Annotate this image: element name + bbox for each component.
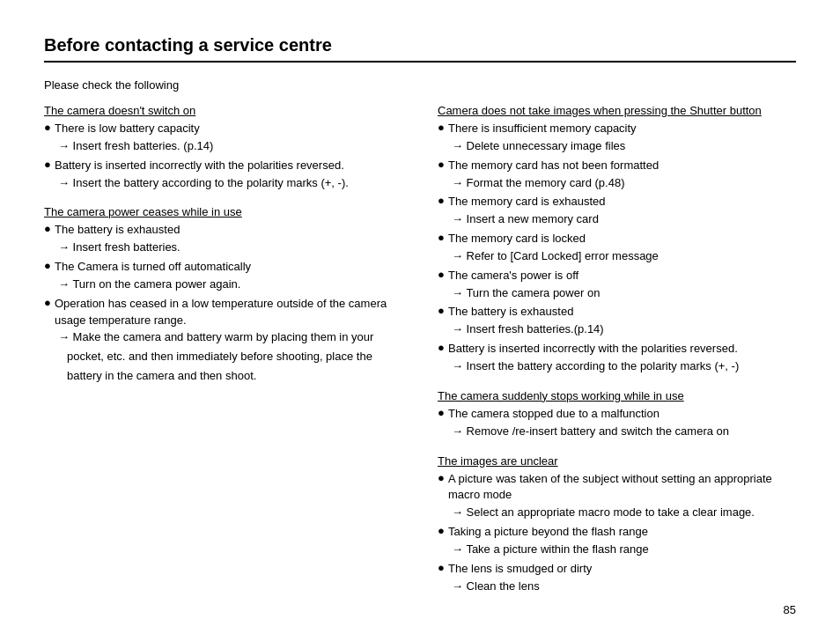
- list-item: → Clean the lens: [452, 579, 796, 595]
- list-item: ● There is insufficient memory capacity: [438, 121, 796, 137]
- arrow-text: → Insert fresh batteries.: [58, 240, 181, 256]
- list-item: ● The camera's power is off: [438, 268, 796, 284]
- list-item: ● Battery is inserted incorrectly with t…: [438, 341, 796, 358]
- list-item: battery in the camera and then shoot.: [67, 368, 402, 385]
- arrow-text: → Turn on the camera power again.: [58, 276, 240, 293]
- list-item: → Insert fresh batteries. (p.14): [58, 138, 402, 155]
- list-item: → Select an appropriate macro mode to ta…: [452, 505, 796, 521]
- bullet-text: The camera stopped due to a malfunction: [448, 406, 659, 423]
- arrow-text: → Select an appropriate macro mode to ta…: [452, 505, 755, 521]
- list-item: → Turn on the camera power again.: [58, 276, 402, 293]
- bullet-icon: ●: [438, 268, 446, 281]
- bullet-text: The lens is smudged or dirty: [448, 561, 592, 578]
- list-item: ● There is low battery capacity: [44, 121, 402, 137]
- arrow-text: → Take a picture within the flash range: [452, 542, 649, 558]
- bullet-icon: ●: [438, 341, 446, 354]
- bullet-icon: ●: [44, 121, 53, 134]
- arrow-text: → Make the camera and battery warm by pl…: [58, 329, 373, 346]
- arrow-text: → Format the memory card (p.48): [452, 175, 625, 192]
- section-title-4: The camera suddenly stops working while …: [438, 389, 796, 402]
- bullet-icon: ●: [44, 259, 53, 272]
- list-item: ● The memory card has not been formatted: [438, 158, 796, 174]
- list-item: ● The lens is smudged or dirty: [438, 561, 796, 578]
- section-title-5: The images are unclear: [438, 454, 796, 468]
- arrow-text: → Insert a new memory card: [452, 211, 599, 228]
- bullet-text: Operation has ceased in a low temperatur…: [55, 296, 402, 329]
- bullet-text: The battery is exhausted: [448, 304, 573, 321]
- bullet-text: Taking a picture beyond the flash range: [448, 524, 648, 541]
- section-title-2: The camera power ceases while in use: [44, 205, 402, 218]
- bullet-text: There is insufficient memory capacity: [448, 121, 637, 137]
- list-item: → Turn the camera power on: [452, 285, 796, 302]
- list-item: ● The memory card is locked: [438, 231, 796, 247]
- list-item: → Remove /re-insert battery and switch t…: [452, 424, 796, 440]
- section-images-unclear: The images are unclear ● A picture was t…: [438, 454, 796, 595]
- arrow-text: → Refer to [Card Locked] error message: [452, 248, 659, 265]
- bullet-icon: ●: [438, 406, 446, 419]
- list-item: ● The memory card is exhausted: [438, 194, 796, 210]
- list-item: pocket, etc. and then immediately before…: [67, 349, 402, 365]
- list-item: ● The camera stopped due to a malfunctio…: [438, 406, 796, 423]
- list-item: ● Operation has ceased in a low temperat…: [44, 296, 402, 329]
- right-column: Camera does not take images when pressin…: [438, 104, 796, 608]
- arrow-text: → Remove /re-insert battery and switch t…: [452, 424, 729, 440]
- arrow-text: → Delete unnecessary image files: [452, 138, 625, 155]
- list-item: → Insert fresh batteries.: [58, 240, 402, 256]
- list-item: ● The battery is exhausted: [44, 222, 402, 239]
- intro-text: Please check the following: [44, 78, 796, 92]
- section-camera-stops: The camera suddenly stops working while …: [438, 389, 796, 440]
- bullet-text: The camera's power is off: [448, 268, 578, 284]
- bullet-text: The Camera is turned off automatically: [55, 259, 251, 276]
- bullet-icon: ●: [438, 561, 446, 574]
- arrow-text: → Insert the battery according to the po…: [58, 175, 349, 192]
- arrow-text: pocket, etc. and then immediately before…: [67, 349, 372, 365]
- bullet-text: The memory card is locked: [448, 231, 586, 247]
- bullet-icon: ●: [44, 158, 53, 171]
- bullet-text: The memory card has not been formatted: [448, 158, 659, 174]
- list-item: ● Battery is inserted incorrectly with t…: [44, 158, 402, 174]
- bullet-icon: ●: [438, 471, 446, 484]
- list-item: → Take a picture within the flash range: [452, 542, 796, 558]
- bullet-icon: ●: [438, 304, 446, 317]
- list-item: ● The Camera is turned off automatically: [44, 259, 402, 276]
- bullet-icon: ●: [438, 231, 446, 244]
- arrow-text: → Insert the battery according to the po…: [452, 358, 739, 375]
- bullet-text: Battery is inserted incorrectly with the…: [55, 158, 344, 174]
- list-item: ● The battery is exhausted: [438, 304, 796, 321]
- page: Before contacting a service centre Pleas…: [0, 0, 840, 634]
- list-item: → Make the camera and battery warm by pl…: [58, 329, 402, 346]
- arrow-text: battery in the camera and then shoot.: [67, 368, 256, 385]
- section-camera-power-ceases: The camera power ceases while in use ● T…: [44, 205, 402, 385]
- list-item: → Insert a new memory card: [452, 211, 796, 228]
- section-no-images: Camera does not take images when pressin…: [438, 104, 796, 375]
- list-item: ● A picture was taken of the subject wit…: [438, 471, 796, 505]
- list-item: → Refer to [Card Locked] error message: [452, 248, 796, 265]
- bullet-icon: ●: [438, 121, 446, 134]
- page-title: Before contacting a service centre: [44, 35, 796, 63]
- list-item: → Insert the battery according to the po…: [452, 358, 796, 375]
- left-column: The camera doesn't switch on ● There is …: [44, 104, 402, 608]
- bullet-text: There is low battery capacity: [55, 121, 200, 137]
- list-item: → Insert the battery according to the po…: [58, 175, 402, 192]
- bullet-text: The memory card is exhausted: [448, 194, 605, 210]
- section-title-3: Camera does not take images when pressin…: [438, 104, 796, 117]
- arrow-text: → Insert fresh batteries. (p.14): [58, 138, 213, 155]
- arrow-text: → Insert fresh batteries.(p.14): [452, 321, 604, 338]
- arrow-text: → Turn the camera power on: [452, 285, 600, 302]
- bullet-icon: ●: [44, 222, 53, 235]
- list-item: → Format the memory card (p.48): [452, 175, 796, 192]
- bullet-text: The battery is exhausted: [55, 222, 180, 239]
- list-item: → Insert fresh batteries.(p.14): [452, 321, 796, 338]
- list-item: → Delete unnecessary image files: [452, 138, 796, 155]
- bullet-icon: ●: [438, 524, 446, 537]
- arrow-text: → Clean the lens: [452, 579, 540, 595]
- bullet-icon: ●: [438, 158, 446, 171]
- bullet-icon: ●: [44, 296, 53, 309]
- bullet-icon: ●: [438, 194, 446, 207]
- content-wrapper: The camera doesn't switch on ● There is …: [44, 104, 796, 608]
- section-camera-no-switch: The camera doesn't switch on ● There is …: [44, 104, 402, 191]
- bullet-text: Battery is inserted incorrectly with the…: [448, 341, 738, 358]
- bullet-text: A picture was taken of the subject witho…: [448, 471, 796, 505]
- section-title-1: The camera doesn't switch on: [44, 104, 402, 117]
- list-item: ● Taking a picture beyond the flash rang…: [438, 524, 796, 541]
